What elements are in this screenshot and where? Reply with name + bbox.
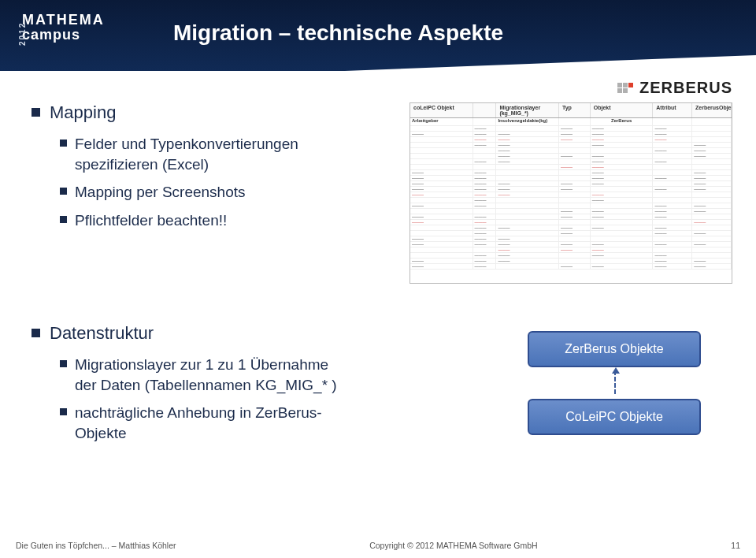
excel-row: ———————————— (410, 159, 732, 165)
diagram-box-zerberus: ZerBerus Objekte (528, 331, 701, 367)
bullet-text: Felder und Typenkonvertierungen spezifiz… (75, 134, 343, 174)
excel-cell: Arbeitgeber (410, 118, 473, 125)
bullet-text: Mapping per Screenshots (75, 182, 246, 203)
excel-col-header: coLeiPC Objekt (410, 103, 473, 117)
diagram-box-label: ZerBerus Objekte (565, 342, 663, 355)
excel-col-header: Migrationslayer (kg_MIG_*) (496, 103, 559, 117)
bullet-datastructure-item: Migrationslayer zur 1 zu 1 Übernahme der… (60, 355, 343, 395)
excel-col-header: Objekt (591, 103, 654, 117)
brand-icon (617, 83, 633, 94)
excel-row: —————————————————— (410, 132, 732, 137)
square-bullet-icon (60, 408, 67, 415)
excel-row: ———————————— (410, 143, 732, 148)
excel-row: ———————————— (410, 253, 732, 259)
slide-title: Migration – technische Aspekte (173, 20, 503, 46)
excel-row: ———————————— (410, 170, 732, 176)
excel-row: ——————————————— (410, 137, 732, 143)
excel-row: ———————————— (410, 209, 732, 214)
square-bullet-icon (60, 188, 67, 195)
bullet-text: nachträgliche Anhebung in ZerBerus-Objek… (75, 403, 343, 443)
logo-line2: campus (22, 28, 105, 43)
excel-row: ———————————— (410, 231, 732, 236)
bullet-mapping-item: Pflichtfelder beachten!! (60, 210, 343, 231)
footer: Die Guten ins Töpfchen... – Matthias Köh… (16, 541, 740, 550)
brand: ZERBERUS (617, 79, 732, 97)
excel-row: —————————————————— (410, 187, 732, 192)
excel-row: ————————————————————— (410, 242, 732, 247)
diagram-box-coleipc: CoLeiPC Objekte (528, 399, 701, 435)
logo-year: 2012 (19, 22, 28, 46)
excel-row: —————— (410, 165, 732, 170)
bullet-mapping-item: Mapping per Screenshots (60, 182, 343, 203)
excel-row: ————————— (410, 220, 732, 225)
bullet-text: Pflichtfelder beachten!! (75, 210, 227, 231)
square-bullet-icon (32, 329, 40, 337)
excel-row: ————————— (410, 148, 732, 154)
excel-row: —————— (410, 198, 732, 203)
diagram-box-label: CoLeiPC Objekte (565, 410, 663, 423)
bullet-datastructure-label: Datenstruktur (50, 323, 154, 344)
excel-row: ———————————— (410, 203, 732, 209)
excel-row: ——————————————— (410, 259, 732, 264)
bullet-datastructure-item: nachträgliche Anhebung in ZerBerus-Objek… (60, 403, 343, 443)
square-bullet-icon (60, 140, 67, 147)
excel-screenshot: coLeiPC Objekt Migrationslayer (kg_MIG_*… (410, 102, 732, 284)
excel-col-header: Attribut (653, 103, 692, 117)
excel-row: ——————————————— (410, 214, 732, 220)
square-bullet-icon (60, 216, 67, 223)
excel-row: ———————————— (410, 154, 732, 159)
excel-row: ——————————————— (410, 176, 732, 181)
footer-page: 11 (731, 541, 740, 550)
bullet-text: Migrationslayer zur 1 zu 1 Übernahme der… (75, 355, 343, 395)
excel-cell: ZerBerus (591, 118, 654, 125)
excel-col-header (473, 103, 497, 117)
excel-row: ————————— (410, 247, 732, 253)
bullet-mapping-label: Mapping (50, 102, 116, 123)
diagram: ZerBerus Objekte CoLeiPC Objekte (528, 331, 701, 467)
footer-center: Copyright © 2012 MATHEMA Software GmbH (369, 541, 538, 550)
excel-col-header: ZerberusObjekte (692, 103, 732, 117)
excel-row: ———————————— (410, 126, 732, 132)
excel-col-header: Typ (559, 103, 591, 117)
square-bullet-icon (32, 108, 40, 117)
square-bullet-icon (60, 360, 67, 367)
excel-row: ————————— (410, 236, 732, 242)
excel-row: —————————————————— (410, 264, 732, 270)
footer-left: Die Guten ins Töpfchen... – Matthias Köh… (16, 541, 176, 550)
excel-row: ——————————————— (410, 225, 732, 231)
excel-row: —————————————————— (410, 181, 732, 187)
excel-cell: Insolvenzgeldakte(kg) (496, 118, 559, 125)
bullet-mapping-item: Felder und Typenkonvertierungen spezifiz… (60, 134, 343, 174)
logo-line1: MATHEMA (22, 13, 105, 28)
brand-text: ZERBERUS (639, 79, 732, 97)
logo: 2012 MATHEMA campus (22, 13, 105, 43)
excel-row: ———————————— (410, 192, 732, 198)
dashed-arrow-up-icon (614, 370, 616, 394)
